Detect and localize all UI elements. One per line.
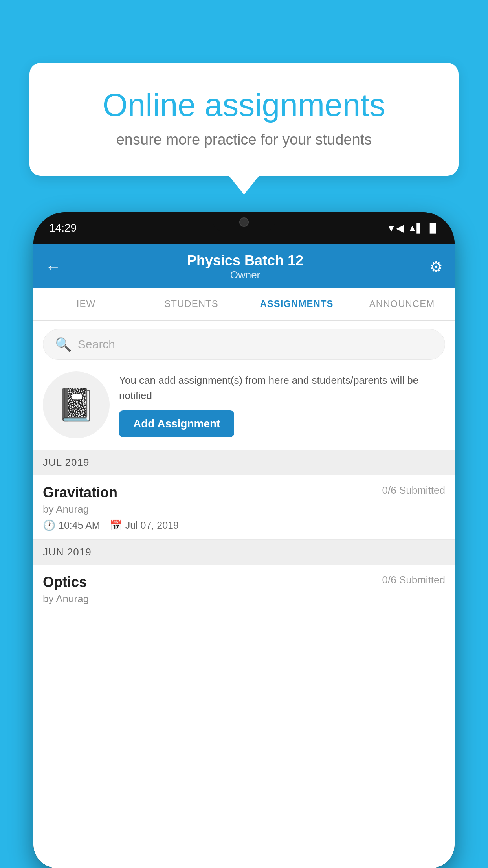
- battery-icon: ▐▌: [427, 223, 439, 233]
- notebook-icon: 📓: [57, 386, 96, 423]
- app-header: ← Physics Batch 12 Owner ⚙: [33, 244, 455, 288]
- assignment-optics-top: Optics 0/6 Submitted: [43, 574, 445, 590]
- assignment-gravitation-time: 🕐 10:45 AM: [43, 519, 100, 531]
- bubble-subtitle: ensure more practice for your students: [57, 131, 431, 148]
- assignment-optics-name: Optics: [43, 574, 87, 590]
- screen-content: 🔍 Search 📓 You can add assignment(s) fro…: [33, 321, 455, 868]
- section-jun-2019: JUN 2019: [33, 540, 455, 565]
- assignment-optics-author: by Anurag: [43, 593, 445, 605]
- assignment-gravitation-meta: 🕐 10:45 AM 📅 Jul 07, 2019: [43, 519, 445, 531]
- tab-bar: IEW STUDENTS ASSIGNMENTS ANNOUNCEM: [33, 288, 455, 321]
- tab-iew[interactable]: IEW: [33, 288, 139, 320]
- phone-notch: [213, 212, 275, 232]
- assignment-gravitation-author: by Anurag: [43, 503, 445, 515]
- status-icons: ▼◀ ▲▌ ▐▌: [386, 222, 439, 234]
- status-bar: 14:29 ▼◀ ▲▌ ▐▌: [33, 212, 455, 244]
- wifi-icon: ▼◀: [386, 222, 404, 234]
- search-placeholder: Search: [78, 338, 115, 351]
- promo-icon-circle: 📓: [43, 371, 110, 438]
- signal-icon: ▲▌: [408, 223, 422, 233]
- phone-screen: ← Physics Batch 12 Owner ⚙ IEW STUDENTS …: [33, 244, 455, 868]
- speech-bubble: Online assignments ensure more practice …: [29, 63, 459, 176]
- bubble-title: Online assignments: [57, 86, 431, 123]
- promo-description: You can add assignment(s) from here and …: [119, 373, 445, 403]
- promo-content: You can add assignment(s) from here and …: [119, 373, 445, 437]
- back-button[interactable]: ←: [45, 259, 61, 275]
- assignment-gravitation-date: 📅 Jul 07, 2019: [110, 519, 179, 531]
- settings-button[interactable]: ⚙: [429, 258, 443, 276]
- tab-students[interactable]: STUDENTS: [139, 288, 244, 320]
- tab-assignments[interactable]: ASSIGNMENTS: [244, 288, 349, 321]
- assignment-gravitation-status: 0/6 Submitted: [382, 484, 445, 497]
- assignment-gravitation-top: Gravitation 0/6 Submitted: [43, 484, 445, 501]
- tab-announcements[interactable]: ANNOUNCEM: [349, 288, 455, 320]
- header-title-area: Physics Batch 12 Owner: [187, 252, 303, 281]
- camera-lens: [239, 217, 249, 227]
- search-icon: 🔍: [55, 337, 72, 352]
- add-assignment-button[interactable]: Add Assignment: [119, 410, 234, 437]
- status-time: 14:29: [49, 222, 77, 234]
- batch-role: Owner: [187, 269, 303, 281]
- assignment-optics[interactable]: Optics 0/6 Submitted by Anurag: [33, 565, 455, 617]
- search-bar[interactable]: 🔍 Search: [43, 329, 445, 360]
- batch-title: Physics Batch 12: [187, 252, 303, 269]
- clock-icon: 🕐: [43, 519, 55, 531]
- calendar-icon: 📅: [110, 519, 122, 531]
- assignment-gravitation[interactable]: Gravitation 0/6 Submitted by Anurag 🕐 10…: [33, 475, 455, 540]
- promo-card: 📓 You can add assignment(s) from here an…: [43, 368, 445, 442]
- assignment-gravitation-name: Gravitation: [43, 484, 117, 501]
- assignment-optics-status: 0/6 Submitted: [382, 574, 445, 586]
- phone-frame: 14:29 ▼◀ ▲▌ ▐▌ ← Physics Batch 12 Owner …: [33, 212, 455, 868]
- section-jul-2019: JUL 2019: [33, 450, 455, 475]
